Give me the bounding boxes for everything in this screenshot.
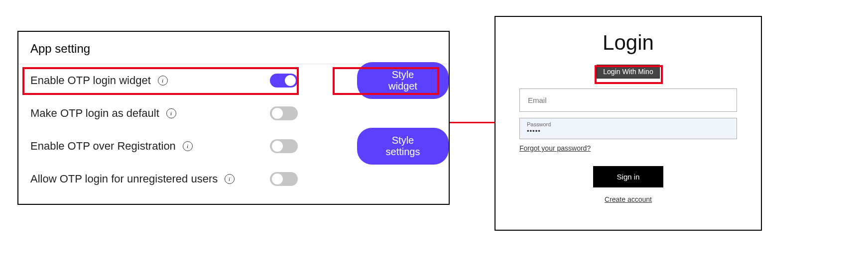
setting-row-make-default: Make OTP login as default i	[18, 97, 449, 130]
settings-title: App setting	[18, 32, 449, 64]
toggle-otp-registration[interactable]	[270, 139, 298, 153]
forgot-password-link[interactable]: Forgot your password?	[519, 144, 591, 152]
setting-row-otp-registration: Enable OTP over Registration i Style set…	[18, 130, 449, 163]
setting-label: Make OTP login as default i	[30, 107, 176, 120]
toggle-make-default[interactable]	[270, 106, 298, 120]
svg-text:i: i	[229, 176, 230, 182]
email-field[interactable]	[519, 89, 737, 112]
connector-line	[450, 122, 495, 123]
setting-row-enable-otp-widget: Enable OTP login widget i Style widget	[18, 64, 449, 97]
svg-text:i: i	[187, 143, 188, 149]
info-icon[interactable]: i	[183, 141, 193, 151]
login-title: Login	[603, 31, 654, 55]
style-settings-button[interactable]: Style settings	[357, 128, 449, 165]
info-icon[interactable]: i	[166, 108, 176, 118]
setting-label-text: Enable OTP login widget	[30, 74, 151, 87]
app-settings-panel: App setting Enable OTP login widget i St…	[17, 31, 450, 205]
sign-in-button[interactable]: Sign in	[593, 166, 664, 187]
info-icon[interactable]: i	[158, 76, 168, 86]
svg-text:i: i	[170, 110, 172, 116]
toggle-enable-otp-widget[interactable]	[270, 74, 298, 88]
setting-label: Enable OTP over Registration i	[30, 140, 193, 153]
login-with-mino-button[interactable]: Login With Mino	[597, 65, 659, 79]
toggle-unregistered-users[interactable]	[270, 172, 298, 186]
setting-label: Enable OTP login widget i	[30, 74, 168, 87]
setting-label-text: Allow OTP login for unregistered users	[30, 173, 218, 185]
password-value: •••••	[527, 127, 730, 135]
create-account-link[interactable]: Create account	[605, 195, 652, 203]
password-label: Password	[527, 121, 730, 127]
svg-text:i: i	[162, 78, 163, 84]
password-field[interactable]: Password •••••	[519, 118, 737, 139]
login-panel: Login Login With Mino Password ••••• For…	[495, 16, 762, 231]
setting-label: Allow OTP login for unregistered users i	[30, 173, 235, 185]
setting-row-unregistered-users: Allow OTP login for unregistered users i	[18, 163, 449, 195]
style-widget-button[interactable]: Style widget	[357, 62, 449, 99]
info-icon[interactable]: i	[225, 174, 235, 184]
setting-label-text: Make OTP login as default	[30, 107, 159, 120]
setting-label-text: Enable OTP over Registration	[30, 140, 176, 153]
